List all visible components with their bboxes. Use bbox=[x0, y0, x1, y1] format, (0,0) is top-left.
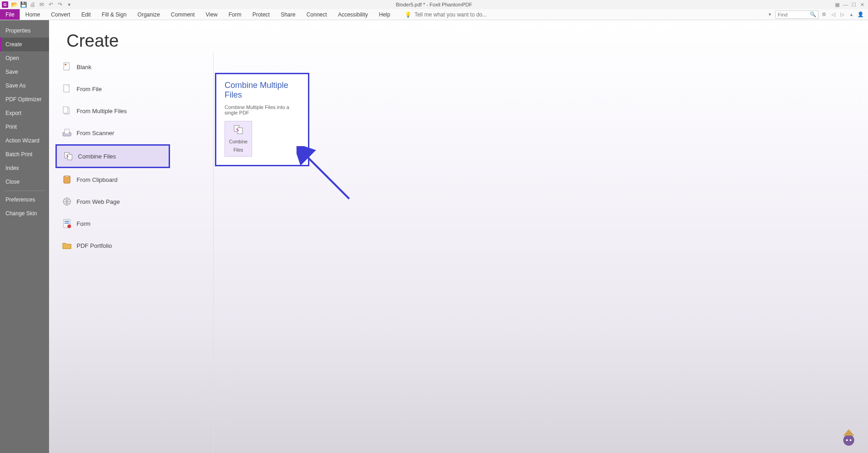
create-option-label: PDF Portfolio bbox=[77, 242, 112, 249]
tab-comment[interactable]: Comment bbox=[165, 9, 200, 20]
svg-rect-0 bbox=[64, 63, 69, 70]
sidebar-item-export[interactable]: Export bbox=[0, 106, 49, 120]
sidebar-item-batch-print[interactable]: Batch Print bbox=[0, 147, 49, 161]
create-option-label: From Multiple Files bbox=[77, 108, 127, 115]
tab-home[interactable]: Home bbox=[20, 9, 45, 20]
create-option-blank[interactable]: Blank bbox=[55, 56, 170, 77]
sidebar-divider bbox=[5, 191, 44, 191]
svg-point-21 bbox=[850, 439, 852, 441]
detail-description: Combine Multiple Files into a single PDF bbox=[225, 104, 300, 115]
maximize-icon[interactable]: ☐ bbox=[851, 1, 857, 8]
redo-icon[interactable]: ↷ bbox=[57, 1, 63, 8]
prev-icon[interactable]: ◁ bbox=[830, 11, 837, 18]
sidebar-item-print[interactable]: Print bbox=[0, 120, 49, 134]
page-title: Create bbox=[49, 20, 868, 55]
bulb-icon: 💡 bbox=[405, 11, 412, 18]
tab-connect[interactable]: Connect bbox=[301, 9, 333, 20]
create-options-list: Blank From File From Multiple Files From… bbox=[55, 56, 170, 256]
from-file-icon bbox=[62, 84, 72, 94]
create-option-form[interactable]: Form bbox=[55, 213, 170, 234]
minimize-icon[interactable]: ― bbox=[842, 1, 849, 8]
svg-rect-10 bbox=[66, 175, 68, 177]
combine-files-detail-panel: Combine Multiple Files Combine Multiple … bbox=[215, 73, 309, 166]
create-option-label: Combine Files bbox=[78, 153, 116, 160]
create-option-label: From Clipboard bbox=[77, 176, 118, 183]
app-icon: G bbox=[2, 1, 8, 8]
tab-share[interactable]: Share bbox=[275, 9, 301, 20]
tab-file[interactable]: File bbox=[0, 9, 20, 20]
collapse-ribbon-icon[interactable]: ▴ bbox=[848, 11, 855, 18]
tab-edit[interactable]: Edit bbox=[76, 9, 96, 20]
find-input[interactable] bbox=[778, 12, 810, 17]
sidebar-item-create[interactable]: Create bbox=[0, 38, 49, 51]
dropdown-icon[interactable]: ▾ bbox=[766, 11, 774, 18]
tell-me-search[interactable]: 💡 bbox=[405, 9, 533, 20]
create-option-label: Form bbox=[77, 220, 90, 227]
grid-icon[interactable]: ▦ bbox=[834, 1, 841, 8]
form-icon bbox=[62, 218, 72, 229]
tab-view[interactable]: View bbox=[200, 9, 223, 20]
svg-rect-14 bbox=[65, 223, 69, 224]
combine-files-icon bbox=[63, 151, 73, 161]
sidebar-item-pdf-optimizer[interactable]: PDF Optimizer bbox=[0, 93, 49, 106]
save-icon[interactable]: 💾 bbox=[20, 1, 27, 8]
file-menu-sidebar: Properties Create Open Save Save As PDF … bbox=[0, 20, 49, 453]
sidebar-item-save-as[interactable]: Save As bbox=[0, 79, 49, 93]
window-controls: ▦ ― ☐ ✕ bbox=[834, 1, 868, 8]
find-options-icon[interactable]: ⚙ bbox=[820, 11, 828, 18]
tab-form[interactable]: Form bbox=[223, 9, 247, 20]
sidebar-item-properties[interactable]: Properties bbox=[0, 24, 49, 38]
svg-point-1 bbox=[65, 64, 66, 65]
create-option-from-clipboard[interactable]: From Clipboard bbox=[55, 169, 170, 190]
sidebar-item-action-wizard[interactable]: Action Wizard bbox=[0, 134, 49, 147]
combine-files-button-label: Combine Files bbox=[229, 139, 247, 153]
qat-dropdown-icon[interactable]: ▾ bbox=[66, 1, 72, 8]
create-option-from-scanner[interactable]: From Scanner bbox=[55, 122, 170, 143]
email-icon[interactable]: ✉ bbox=[38, 1, 45, 8]
multiple-files-icon bbox=[62, 106, 72, 116]
sidebar-item-close[interactable]: Close bbox=[0, 175, 49, 189]
create-option-from-web-page[interactable]: From Web Page bbox=[55, 191, 170, 212]
ribbon-tabs: File Home Convert Edit Fill & Sign Organ… bbox=[0, 9, 868, 20]
sidebar-item-save[interactable]: Save bbox=[0, 65, 49, 79]
svg-rect-6 bbox=[65, 129, 69, 134]
tell-me-input[interactable] bbox=[414, 11, 533, 18]
tab-organize[interactable]: Organize bbox=[132, 9, 165, 20]
tab-accessibility[interactable]: Accessibility bbox=[332, 9, 373, 20]
create-option-label: From File bbox=[77, 86, 102, 93]
tab-convert[interactable]: Convert bbox=[45, 9, 76, 20]
sidebar-item-open[interactable]: Open bbox=[0, 51, 49, 65]
create-option-label: From Web Page bbox=[77, 198, 120, 205]
find-box[interactable]: 🔍 bbox=[775, 11, 819, 19]
undo-icon[interactable]: ↶ bbox=[48, 1, 54, 8]
tab-protect[interactable]: Protect bbox=[247, 9, 275, 20]
clipboard-icon bbox=[62, 175, 72, 185]
blank-page-icon bbox=[62, 62, 72, 72]
sidebar-item-index[interactable]: Index bbox=[0, 161, 49, 175]
svg-point-19 bbox=[843, 435, 854, 446]
close-window-icon[interactable]: ✕ bbox=[859, 1, 865, 8]
open-icon[interactable]: 📂 bbox=[11, 1, 17, 8]
svg-point-15 bbox=[67, 224, 71, 228]
create-option-from-file[interactable]: From File bbox=[55, 78, 170, 99]
combine-files-action-icon bbox=[233, 124, 244, 135]
assistant-mascot-icon[interactable] bbox=[839, 427, 859, 448]
combine-files-button[interactable]: Combine Files bbox=[225, 121, 252, 157]
create-option-from-multiple-files[interactable]: From Multiple Files bbox=[55, 100, 170, 121]
next-icon[interactable]: ▷ bbox=[839, 11, 846, 18]
create-option-combine-files[interactable]: Combine Files bbox=[55, 144, 170, 168]
folder-icon bbox=[62, 240, 72, 251]
user-icon[interactable]: 👤 bbox=[857, 11, 864, 18]
create-panel: Create Blank From File From Multiple Fil… bbox=[49, 20, 868, 453]
detail-title: Combine Multiple Files bbox=[225, 81, 300, 100]
sidebar-item-change-skin[interactable]: Change Skin bbox=[0, 207, 49, 220]
sidebar-item-preferences[interactable]: Preferences bbox=[0, 193, 49, 207]
tab-help[interactable]: Help bbox=[374, 9, 396, 20]
scanner-icon bbox=[62, 128, 72, 138]
print-icon[interactable]: 🖨 bbox=[29, 1, 36, 8]
search-icon[interactable]: 🔍 bbox=[810, 11, 816, 17]
tab-fill-sign[interactable]: Fill & Sign bbox=[96, 9, 132, 20]
svg-rect-4 bbox=[63, 107, 68, 113]
create-option-pdf-portfolio[interactable]: PDF Portfolio bbox=[55, 235, 170, 256]
create-option-label: From Scanner bbox=[77, 130, 114, 136]
